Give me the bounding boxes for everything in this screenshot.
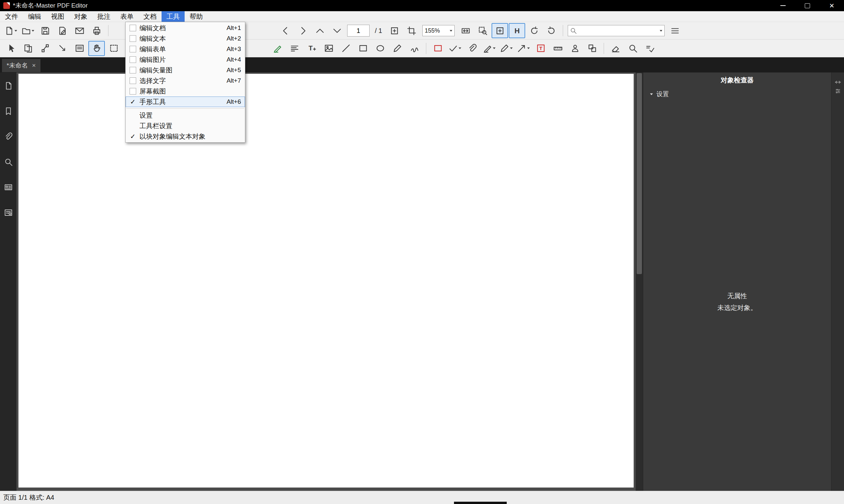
edit-document-button[interactable] bbox=[20, 41, 36, 56]
status-page-info: 页面 1/1 格式: A4 bbox=[3, 493, 54, 502]
fit-page-button[interactable] bbox=[386, 23, 402, 38]
page-number-input[interactable] bbox=[347, 25, 369, 37]
maximize-button[interactable] bbox=[795, 0, 820, 11]
arrange-objects-button[interactable] bbox=[286, 41, 303, 56]
search-options-button[interactable] bbox=[667, 23, 683, 38]
menu-comment[interactable]: 批注 bbox=[92, 11, 115, 22]
dropdown-caret-icon bbox=[660, 30, 662, 32]
menu-forms[interactable]: 表单 bbox=[115, 11, 138, 22]
menu-help[interactable]: 帮助 bbox=[185, 11, 208, 22]
check-annotation-button[interactable] bbox=[447, 41, 463, 56]
stamp-button[interactable] bbox=[567, 41, 583, 56]
add-image-button[interactable] bbox=[321, 41, 337, 56]
edit-object-button[interactable] bbox=[37, 41, 53, 56]
text-box-annotation-button[interactable]: T bbox=[532, 41, 549, 56]
tools-menu-item-select-text[interactable]: 选择文字Alt+7 bbox=[126, 75, 245, 86]
page-down-button[interactable] bbox=[329, 23, 345, 38]
tools-menu-item-edit-vector[interactable]: 编辑矢量图Alt+5 bbox=[126, 65, 245, 75]
tools-menu-item-edit-text-as-block[interactable]: ✓以块对象编辑文本对象 bbox=[126, 131, 245, 142]
open-button[interactable] bbox=[20, 23, 36, 38]
bookmarks-panel-icon[interactable] bbox=[4, 107, 13, 115]
rect-tool-button[interactable] bbox=[355, 41, 371, 56]
save-button[interactable] bbox=[37, 23, 53, 38]
search-panel-icon[interactable] bbox=[4, 158, 13, 166]
rect-annotation-button[interactable] bbox=[430, 41, 446, 56]
attach-file-annotation-button[interactable] bbox=[464, 41, 480, 56]
hand-tool-button[interactable] bbox=[88, 41, 105, 56]
fit-visible-button[interactable] bbox=[492, 23, 508, 38]
zoom-select[interactable]: 155% bbox=[422, 25, 455, 36]
tools-menu-item-screenshot[interactable]: 屏幕截图 bbox=[126, 86, 245, 96]
highlight-text-button[interactable] bbox=[481, 41, 498, 56]
rotate-cw-button[interactable] bbox=[543, 23, 559, 38]
tools-menu-item-hand-tool[interactable]: ✓手形工具Alt+6 bbox=[126, 96, 245, 107]
image-icon bbox=[324, 44, 333, 53]
line-tool-button[interactable] bbox=[338, 41, 354, 56]
add-text-button[interactable]: T bbox=[303, 41, 320, 56]
rotate-ccw-button[interactable] bbox=[526, 23, 542, 38]
next-page-button[interactable] bbox=[294, 23, 311, 38]
search-box[interactable] bbox=[568, 25, 665, 36]
checkbox-icon bbox=[128, 46, 137, 52]
tools-menu-item-toolbar-settings[interactable]: 工具栏设置 bbox=[126, 121, 245, 131]
menu-object[interactable]: 对象 bbox=[69, 11, 92, 22]
prev-page-button[interactable] bbox=[277, 23, 294, 38]
new-document-button[interactable] bbox=[3, 23, 19, 38]
edit-forms-button[interactable] bbox=[71, 41, 88, 56]
vertical-scrollbar[interactable] bbox=[636, 72, 643, 491]
crop-pages-button[interactable] bbox=[403, 23, 420, 38]
signature-tool-button[interactable] bbox=[406, 41, 423, 56]
close-button[interactable]: ✕ bbox=[820, 0, 844, 11]
panel-options-icon[interactable] bbox=[835, 88, 841, 94]
zoom-area-button[interactable] bbox=[475, 23, 491, 38]
measure-button[interactable] bbox=[550, 41, 566, 56]
tools-menu-item-edit-images[interactable]: 编辑图片Alt+4 bbox=[126, 54, 245, 65]
search-input[interactable] bbox=[578, 27, 657, 35]
marquee-select-button[interactable] bbox=[105, 41, 122, 56]
minimize-button[interactable] bbox=[771, 0, 795, 11]
tools-menu-item-settings[interactable]: 设置 bbox=[126, 110, 245, 121]
panel-splitter-icon[interactable] bbox=[835, 79, 841, 85]
menu-item-label: 编辑矢量图 bbox=[139, 66, 217, 75]
attachments-panel-icon[interactable] bbox=[4, 132, 13, 141]
ellipse-tool-button[interactable] bbox=[372, 41, 389, 56]
fit-width-button[interactable] bbox=[457, 23, 474, 38]
select-object-button[interactable] bbox=[54, 41, 71, 56]
measure-icon bbox=[553, 44, 563, 53]
inspector-settings-section[interactable]: 设置 bbox=[643, 90, 831, 98]
select-tool-button[interactable] bbox=[3, 41, 19, 56]
print-button[interactable] bbox=[88, 23, 105, 38]
menu-document[interactable]: 文档 bbox=[138, 11, 161, 22]
signatures-panel-icon[interactable] bbox=[4, 209, 13, 217]
highlighter-icon bbox=[273, 44, 282, 53]
object-inspector-panel: 对象检查器 设置 无属性 未选定对象。 bbox=[643, 72, 831, 491]
pencil-tool-button[interactable] bbox=[389, 41, 406, 56]
pages-panel-icon[interactable] bbox=[4, 82, 13, 90]
tools-menu-item-edit-forms[interactable]: 编辑表单Alt+3 bbox=[126, 44, 245, 54]
save-as-button[interactable] bbox=[54, 23, 71, 38]
window-controls: ✕ bbox=[771, 0, 844, 11]
loupe-button[interactable] bbox=[624, 41, 641, 56]
tab-close-icon[interactable]: ✕ bbox=[32, 62, 36, 69]
highlight-fields-button[interactable] bbox=[269, 41, 286, 56]
menu-edit[interactable]: 编辑 bbox=[23, 11, 46, 22]
tools-menu-item-edit-text[interactable]: 编辑文本Alt+2 bbox=[126, 33, 245, 44]
menu-view[interactable]: 视图 bbox=[46, 11, 69, 22]
menu-tools[interactable]: 工具 bbox=[161, 11, 185, 22]
thumbnails-panel-icon[interactable] bbox=[4, 183, 13, 192]
tools-menu-item-edit-document[interactable]: 编辑文档Alt+1 bbox=[126, 23, 245, 33]
pdf-page[interactable] bbox=[18, 74, 634, 488]
page-up-button[interactable] bbox=[312, 23, 328, 38]
arrow-annotation-button[interactable] bbox=[515, 41, 532, 56]
document-canvas[interactable] bbox=[16, 72, 643, 491]
arrange-pages-button[interactable] bbox=[584, 41, 600, 56]
spellcheck-button[interactable] bbox=[641, 41, 658, 56]
scrollbar-thumb[interactable] bbox=[637, 73, 642, 274]
document-tab[interactable]: *未命名 ✕ bbox=[2, 59, 41, 72]
email-button[interactable] bbox=[71, 23, 88, 38]
draw-annotation-button[interactable] bbox=[498, 41, 515, 56]
menu-file[interactable]: 文件 bbox=[0, 11, 23, 22]
hand-tool-toggle[interactable]: H bbox=[509, 23, 525, 38]
eraser-button[interactable] bbox=[607, 41, 624, 56]
hand-icon bbox=[92, 44, 101, 53]
